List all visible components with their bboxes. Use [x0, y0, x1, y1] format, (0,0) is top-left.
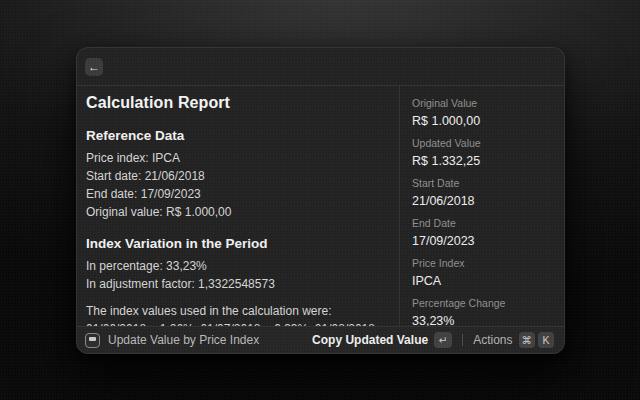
- back-button[interactable]: ←: [85, 58, 103, 76]
- metadata-value: IPCA: [412, 273, 552, 289]
- percentage-line: In percentage: 33,23%: [86, 257, 389, 275]
- actions-menu-button[interactable]: Actions ⌘ K: [471, 330, 556, 350]
- copy-updated-value-button[interactable]: Copy Updated Value ↵: [310, 330, 454, 350]
- metadata-item-end-date: End Date 17/09/2023: [412, 217, 552, 249]
- metadata-label: Updated Value: [412, 137, 552, 150]
- index-variation-heading: Index Variation in the Period: [86, 235, 389, 252]
- content-area: Calculation Report Reference Data Price …: [77, 86, 564, 326]
- page-title: Calculation Report: [86, 93, 389, 113]
- metadata-item-start-date: Start Date 21/06/2018: [412, 177, 552, 209]
- calculator-extension-icon: [85, 333, 100, 348]
- metadata-label: Start Date: [412, 177, 552, 190]
- metadata-item-original-value: Original Value R$ 1.000,00: [412, 97, 552, 129]
- command-key-icon: ⌘: [519, 332, 536, 348]
- primary-action-label: Copy Updated Value: [312, 333, 428, 347]
- original-value-line: Original value: R$ 1.000,00: [86, 203, 389, 221]
- action-bar: Update Value by Price Index Copy Updated…: [77, 326, 564, 353]
- metadata-label: Percentage Change: [412, 297, 552, 310]
- enter-key-icon: ↵: [434, 332, 452, 348]
- metadata-label: Original Value: [412, 97, 552, 110]
- start-date-line: Start date: 21/06/2018: [86, 167, 389, 185]
- adjustment-factor-line: In adjustment factor: 1,3322548573: [86, 275, 389, 293]
- back-arrow-icon: ←: [88, 61, 100, 73]
- metadata-item-price-index: Price Index IPCA: [412, 257, 552, 289]
- end-date-line: End date: 17/09/2023: [86, 185, 389, 203]
- actions-shortcut: ⌘ K: [519, 332, 555, 348]
- metadata-value: 21/06/2018: [412, 193, 552, 209]
- metadata-item-updated-value: Updated Value R$ 1.332,25: [412, 137, 552, 169]
- window-header: ←: [77, 48, 564, 86]
- metadata-value: R$ 1.332,25: [412, 153, 552, 169]
- metadata-label: End Date: [412, 217, 552, 230]
- metadata-value: 17/09/2023: [412, 233, 552, 249]
- reference-data-heading: Reference Data: [86, 127, 389, 144]
- k-key-icon: K: [538, 332, 554, 348]
- extension-chip: Update Value by Price Index: [85, 333, 259, 348]
- metadata-value: R$ 1.000,00: [412, 113, 552, 129]
- actions-menu-label: Actions: [473, 333, 512, 347]
- raycast-window: ← Calculation Report Reference Data Pric…: [76, 47, 565, 354]
- metadata-sidebar: Original Value R$ 1.000,00 Updated Value…: [400, 86, 564, 326]
- report-detail[interactable]: Calculation Report Reference Data Price …: [77, 86, 399, 326]
- action-bar-separator: [462, 334, 463, 346]
- extension-name: Update Value by Price Index: [108, 333, 259, 347]
- index-values-paragraph: The index values used in the calculation…: [86, 302, 389, 326]
- metadata-value: 33,23%: [412, 313, 552, 326]
- price-index-line: Price index: IPCA: [86, 149, 389, 167]
- metadata-item-percentage-change: Percentage Change 33,23%: [412, 297, 552, 326]
- metadata-label: Price Index: [412, 257, 552, 270]
